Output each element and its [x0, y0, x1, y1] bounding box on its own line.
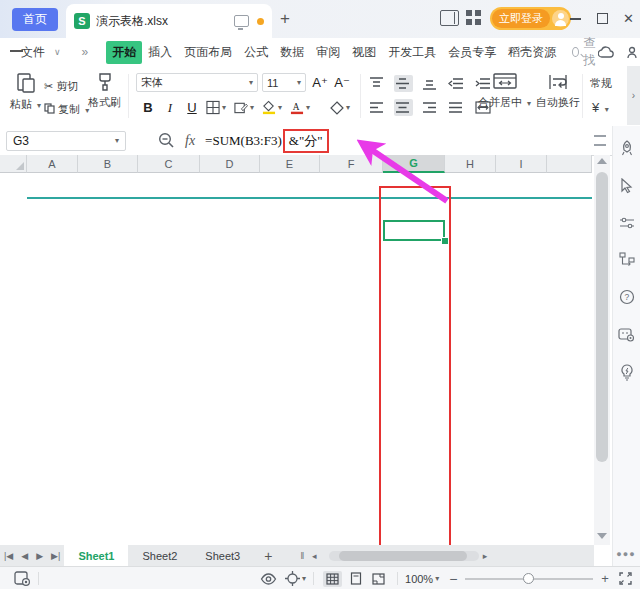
prev-sheet-icon[interactable]: ◀: [17, 551, 32, 561]
decrease-indent-button[interactable]: [447, 75, 466, 92]
currency-format-button[interactable]: ¥ ▾: [592, 100, 609, 115]
document-tab[interactable]: S 演示表格.xlsx: [66, 4, 272, 38]
menu-member[interactable]: 会员专享: [442, 41, 502, 64]
borders-button[interactable]: ▾: [206, 98, 226, 117]
align-center-button[interactable]: [394, 99, 413, 116]
ribbon-expand-button[interactable]: ›: [627, 66, 640, 125]
menu-page-layout[interactable]: 页面布局: [178, 41, 238, 64]
close-button[interactable]: ✕: [623, 11, 634, 26]
cloud-sync-icon[interactable]: [598, 46, 614, 59]
column-header-E[interactable]: E: [260, 155, 320, 173]
new-tab-button[interactable]: +: [280, 9, 290, 29]
menu-data[interactable]: 数据: [274, 41, 310, 64]
maximize-button[interactable]: [597, 13, 608, 24]
selection-locate-icon[interactable]: [285, 571, 300, 586]
column-header-partial[interactable]: [547, 155, 592, 173]
clear-format-button[interactable]: ▾: [330, 98, 350, 117]
menu-home[interactable]: 开始: [106, 41, 142, 64]
formula-bar-collapse-handle[interactable]: [594, 135, 606, 146]
italic-button[interactable]: I: [160, 98, 180, 117]
border-painter-button[interactable]: ▾: [234, 98, 254, 117]
format-painter-button[interactable]: 格式刷: [88, 72, 121, 110]
settings-sliders-icon[interactable]: [619, 216, 635, 230]
horizontal-scrollbar-thumb[interactable]: [339, 551, 467, 561]
login-button[interactable]: 立即登录: [490, 7, 571, 30]
add-sheet-button[interactable]: +: [254, 548, 282, 564]
menu-formulas[interactable]: 公式: [238, 41, 274, 64]
last-sheet-icon[interactable]: ▶|: [47, 551, 64, 561]
share-user-icon[interactable]: [627, 46, 640, 59]
cursor-select-icon[interactable]: [619, 178, 634, 194]
copy-button[interactable]: 复制 ▾: [44, 99, 89, 117]
bold-button[interactable]: B: [138, 98, 158, 117]
app-grid-icon[interactable]: [466, 10, 481, 25]
chevron-down-icon[interactable]: ∨: [51, 47, 64, 57]
zoom-slider[interactable]: [465, 578, 593, 580]
skin-settings-icon[interactable]: [618, 327, 635, 342]
column-header-B[interactable]: B: [78, 155, 138, 173]
font-name-select[interactable]: 宋体▾: [136, 73, 258, 92]
home-tab-button[interactable]: 首页: [12, 8, 58, 31]
next-sheet-icon[interactable]: ▶: [32, 551, 47, 561]
minimize-button[interactable]: [570, 18, 581, 20]
page-break-view-button[interactable]: [369, 571, 388, 587]
zoom-out-icon[interactable]: [158, 132, 175, 149]
menu-developer[interactable]: 开发工具: [382, 41, 442, 64]
process-flow-icon[interactable]: [619, 252, 635, 267]
horizontal-scrollbar[interactable]: [329, 551, 479, 561]
zoom-slider-thumb[interactable]: [523, 573, 534, 584]
eye-preview-icon[interactable]: [260, 573, 277, 585]
paste-button[interactable]: 粘贴 ▾: [10, 72, 41, 112]
number-format-select[interactable]: 常规: [590, 76, 612, 91]
search-button[interactable]: 查找: [572, 35, 598, 69]
chevron-down-icon[interactable]: ▾: [435, 574, 439, 583]
justify-button[interactable]: [447, 99, 466, 116]
select-all-corner[interactable]: [0, 155, 27, 173]
column-header-I[interactable]: I: [496, 155, 547, 173]
sheet-tab-sheet2[interactable]: Sheet2: [128, 545, 191, 566]
column-header-G[interactable]: G: [383, 155, 445, 173]
rocket-quickstart-icon[interactable]: [619, 140, 635, 156]
cell-name-box[interactable]: G3▾: [6, 131, 126, 151]
menu-insert[interactable]: 插入: [142, 41, 178, 64]
align-right-button[interactable]: [421, 99, 440, 116]
split-view-icon[interactable]: [440, 10, 459, 26]
sheet-tab-sheet3[interactable]: Sheet3: [191, 545, 254, 566]
align-top-button[interactable]: [368, 75, 387, 92]
cut-button[interactable]: ✂ 剪切: [44, 76, 78, 94]
column-header-H[interactable]: H: [445, 155, 496, 173]
column-header-D[interactable]: D: [200, 155, 260, 173]
wrap-text-button[interactable]: 自动换行: [536, 72, 580, 110]
hscroll-left-icon[interactable]: ◂: [308, 551, 321, 561]
align-middle-button[interactable]: [394, 75, 413, 92]
sidebar-more-icon[interactable]: ●●●: [614, 549, 638, 559]
underline-button[interactable]: U: [182, 98, 202, 117]
formula-input[interactable]: =SUM(B3:F3)&"分": [205, 129, 328, 153]
scroll-up-icon[interactable]: [597, 158, 607, 164]
tips-lightbulb-icon[interactable]: [620, 364, 634, 381]
column-header-C[interactable]: C: [138, 155, 200, 173]
fill-color-button[interactable]: ▾: [262, 98, 282, 117]
column-header-A[interactable]: A: [27, 155, 78, 173]
font-size-select[interactable]: 11▾: [262, 73, 306, 92]
vertical-scrollbar-thumb[interactable]: [596, 172, 608, 462]
align-bottom-button[interactable]: [421, 75, 440, 92]
normal-view-button[interactable]: [323, 571, 342, 587]
merge-center-button[interactable]: 合并居中 ▾: [478, 72, 531, 110]
column-header-F[interactable]: F: [320, 155, 383, 173]
menu-view[interactable]: 视图: [346, 41, 382, 64]
scroll-down-icon[interactable]: [597, 533, 607, 539]
zoom-in-button[interactable]: +: [601, 571, 609, 586]
chevron-down-icon[interactable]: ▾: [302, 574, 306, 583]
help-icon[interactable]: ?: [619, 289, 635, 305]
menu-overflow[interactable]: »: [76, 42, 95, 62]
tab-splitter-handle[interactable]: ‖: [296, 551, 308, 561]
shrink-font-button[interactable]: A⁻: [332, 73, 352, 92]
page-layout-view-button[interactable]: [346, 571, 365, 587]
hscroll-right-icon[interactable]: ▸: [479, 551, 492, 561]
menu-review[interactable]: 审阅: [310, 41, 346, 64]
font-color-button[interactable]: A▾: [290, 98, 310, 117]
grow-font-button[interactable]: A⁺: [310, 73, 330, 92]
align-left-button[interactable]: [368, 99, 387, 116]
zoom-out-button[interactable]: −: [449, 571, 457, 587]
